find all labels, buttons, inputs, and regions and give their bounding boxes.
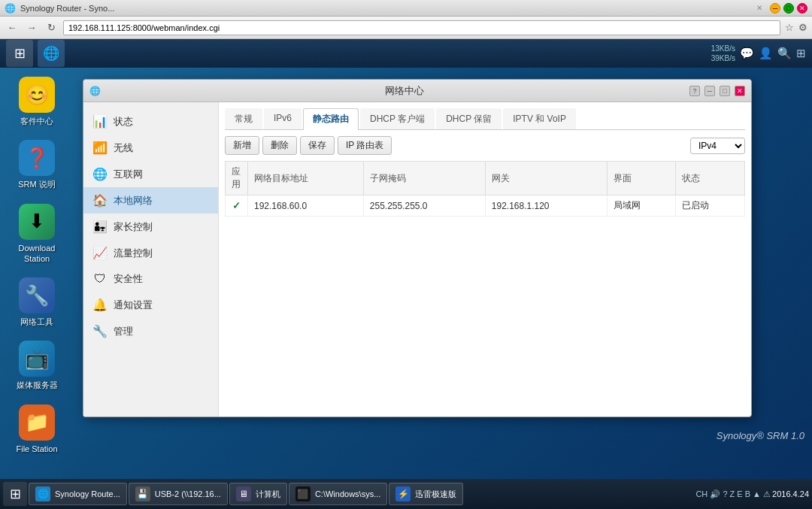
add-button[interactable]: 新增 (225, 136, 259, 155)
window-help-button[interactable]: ? (689, 86, 700, 96)
network-center-body: 📊 状态 📶 无线 🌐 互联网 🏠 本地网络 👨‍👧 家长控制 (83, 102, 751, 417)
window-close-button[interactable]: ✕ (735, 86, 745, 96)
taskbar-cmd-icon: ⬛ (295, 486, 311, 501)
sidebar-item-security[interactable]: 🛡 安全性 (83, 266, 218, 292)
sidebar-wireless-label: 无线 (114, 141, 133, 155)
col-status: 状态 (676, 162, 745, 195)
search-icon[interactable]: 🔍 (777, 47, 792, 60)
taskbar-cmd[interactable]: ⬛ C:\Windows\sys... (289, 483, 387, 505)
sidebar-item-local-network[interactable]: 🏠 本地网络 (83, 187, 218, 214)
desktop-icon-file-station[interactable]: 📁 File Station (6, 401, 68, 457)
srm-branding: Synology® SRM 1.0 (717, 430, 804, 441)
row-checkbox[interactable]: ✓ (226, 195, 248, 217)
taskbar-usb[interactable]: 💾 USB-2 (\\192.16... (129, 483, 228, 505)
desktop-icon-download-station[interactable]: ⬇ Download Station (6, 201, 68, 268)
network-center-title: 网络中心 (120, 84, 689, 98)
taskbar-synology-label: Synology Route... (55, 489, 120, 498)
close-tab-icon[interactable]: ✕ (756, 4, 762, 12)
apps-icon[interactable]: ⊞ (796, 47, 806, 60)
ipv-select[interactable]: IPv4 IPv6 (690, 138, 745, 154)
browser-minimize-button[interactable]: ─ (770, 3, 780, 14)
window-restore-button[interactable]: □ (720, 86, 730, 96)
row-gateway: 192.168.1.120 (485, 195, 607, 217)
save-button[interactable]: 保存 (300, 136, 335, 155)
speed-display: 13KB/s 39KB/s (711, 44, 735, 63)
tab-iptv-voip[interactable]: IPTV 和 VoIP (503, 108, 576, 129)
download-station-icon: ⬇ (19, 204, 55, 240)
tab-normal[interactable]: 常规 (225, 108, 262, 129)
sidebar-management-label: 管理 (114, 325, 133, 338)
table-row[interactable]: ✓ 192.168.60.0 255.255.255.0 192.168.1.1… (226, 195, 745, 217)
taskbar-computer-label: 计算机 (256, 489, 280, 500)
row-status: 已启动 (676, 195, 745, 217)
refresh-button[interactable]: ↻ (44, 20, 59, 35)
action-bar: 新增 删除 保存 IP 路由表 IPv4 IPv6 (225, 136, 745, 155)
desktop-icon-customer-center[interactable]: 😊 客件中心 (6, 74, 68, 129)
tabs-bar: 常规 IPv6 静态路由 DHCP 客户端 DHCP 保留 IPTV 和 VoI… (225, 108, 745, 130)
download-speed: 39KB/s (711, 53, 735, 63)
window-controls-left: 🌐 (89, 86, 120, 96)
taskbar-express[interactable]: ⚡ 迅雷极速版 (389, 483, 463, 505)
taskbar-computer[interactable]: 🖥 计算机 (229, 483, 287, 505)
network-center-window: 🌐 网络中心 ? ─ □ ✕ 📊 状态 📶 无线 (83, 79, 752, 417)
address-bar[interactable] (63, 20, 780, 35)
sidebar-traffic-label: 流量控制 (114, 247, 153, 260)
ip-table-button[interactable]: IP 路由表 (338, 136, 392, 155)
browser-tab-label: Synology Router - Syno... (20, 4, 756, 13)
sidebar-item-status[interactable]: 📊 状态 (83, 108, 218, 135)
sidebar-item-management[interactable]: 🔧 管理 (83, 318, 218, 344)
row-mask: 255.255.255.0 (363, 195, 485, 217)
desktop-icons: 😊 客件中心 ❓ SRM 说明 ⬇ Download Station 🔧 网络工… (6, 74, 68, 457)
srm-brand-text: Synology® SRM 1.0 (717, 430, 804, 441)
sidebar-status-label: 状态 (114, 115, 133, 129)
col-mask: 子网掩码 (363, 162, 485, 195)
srm-active-app-icon[interactable]: 🌐 (38, 40, 65, 67)
row-dest: 192.168.60.0 (248, 195, 364, 217)
upload-speed: 13KB/s (711, 44, 735, 53)
sidebar: 📊 状态 📶 无线 🌐 互联网 🏠 本地网络 👨‍👧 家长控制 (83, 102, 219, 417)
tab-dhcp-client[interactable]: DHCP 客户端 (360, 108, 435, 129)
notification-icon: 🔔 (92, 298, 108, 312)
sys-tray-icons: CH 🔊 ? Z E B ▲ ⚠ (695, 489, 771, 499)
tab-static-route[interactable]: 静态路由 (303, 108, 359, 130)
browser-close-button[interactable]: ✕ (797, 3, 807, 14)
srm-topbar: ⊞ 🌐 13KB/s 39KB/s 💬 👤 🔍 ⊞ (0, 39, 812, 68)
delete-button[interactable]: 删除 (262, 136, 297, 155)
media-server-icon: 📺 (19, 341, 55, 377)
chat-icon[interactable]: 💬 (740, 47, 754, 60)
tab-dhcp-reserve[interactable]: DHCP 保留 (436, 108, 501, 129)
forward-button[interactable]: → (24, 20, 39, 35)
srm-logo-button[interactable]: ⊞ (6, 40, 33, 67)
network-center-titlebar: 🌐 网络中心 ? ─ □ ✕ (83, 80, 751, 102)
sidebar-item-internet[interactable]: 🌐 互联网 (83, 161, 218, 187)
tab-ipv6[interactable]: IPv6 (264, 108, 301, 129)
sidebar-item-wireless[interactable]: 📶 无线 (83, 135, 218, 161)
back-button[interactable]: ← (5, 20, 20, 35)
taskbar: ⊞ 🌐 Synology Route... 💾 USB-2 (\\192.16.… (0, 479, 812, 509)
grid-icon: ⊞ (14, 45, 26, 62)
desktop-icon-media-server[interactable]: 📺 媒体服务器 (6, 338, 68, 393)
static-route-table: 应用 网络目标地址 子网掩码 网关 界面 状态 ✓ (225, 161, 745, 217)
settings-icon[interactable]: ⚙ (798, 22, 807, 33)
desktop-icon-srm-help[interactable]: ❓ SRM 说明 (6, 137, 68, 192)
taskbar-synology[interactable]: 🌐 Synology Route... (29, 483, 127, 505)
taskbar-cmd-label: C:\Windows\sys... (315, 489, 380, 498)
wireless-icon: 📶 (92, 141, 108, 155)
taskbar-usb-icon: 💾 (135, 486, 150, 501)
sidebar-notification-label: 通知设置 (114, 298, 153, 312)
sidebar-security-label: 安全性 (114, 272, 143, 286)
sidebar-item-parental-control[interactable]: 👨‍👧 家长控制 (83, 214, 218, 240)
sidebar-internet-label: 互联网 (114, 168, 143, 181)
taskbar-synology-icon: 🌐 (35, 486, 50, 501)
desktop: 😊 客件中心 ❓ SRM 说明 ⬇ Download Station 🔧 网络工… (0, 68, 812, 479)
sidebar-item-traffic-control[interactable]: 📈 流量控制 (83, 240, 218, 266)
system-tray: CH 🔊 ? Z E B ▲ ⚠ (695, 489, 771, 499)
bookmark-icon[interactable]: ☆ (785, 22, 794, 33)
browser-maximize-button[interactable]: □ (783, 3, 794, 14)
sidebar-parental-label: 家长控制 (114, 220, 153, 234)
window-minimize-button[interactable]: ─ (704, 86, 715, 96)
sidebar-item-notification[interactable]: 🔔 通知设置 (83, 292, 218, 318)
user-icon[interactable]: 👤 (759, 47, 773, 60)
start-button[interactable]: ⊞ (3, 482, 27, 506)
desktop-icon-network-tools[interactable]: 🔧 网络工具 (6, 274, 68, 330)
